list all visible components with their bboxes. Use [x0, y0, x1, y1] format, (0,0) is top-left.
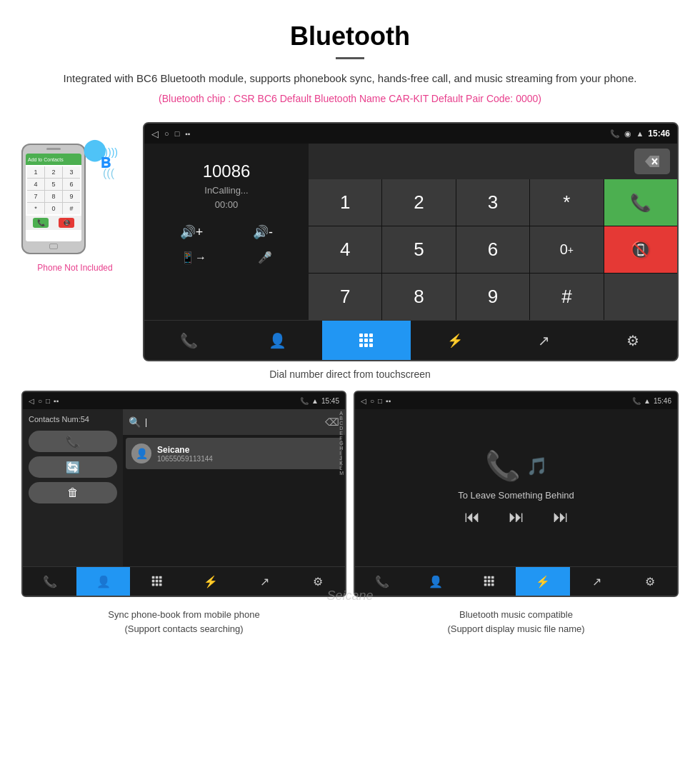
- svg-rect-20: [484, 576, 487, 579]
- nav-phone-icon: 📞: [180, 332, 198, 349]
- nav-settings[interactable]: ⚙: [589, 321, 677, 360]
- svg-rect-2: [359, 334, 363, 337]
- phone-screen-label: Add to Contacts: [28, 157, 64, 162]
- mnav-keypad-icon: [484, 576, 495, 587]
- contacts-back-icon: ◁: [29, 397, 34, 405]
- status-bar-right: 📞 ◉ ▲ 15:46: [610, 129, 670, 139]
- prev-track-button[interactable]: ⏮: [464, 508, 480, 526]
- nav-settings-icon: ⚙: [626, 332, 639, 349]
- next-track-button[interactable]: ⏭: [553, 508, 569, 526]
- contact-info: Seicane 10655059113144: [157, 445, 213, 463]
- contacts-nav-settings[interactable]: ⚙: [291, 567, 345, 596]
- svg-rect-28: [491, 583, 494, 586]
- svg-rect-11: [152, 576, 155, 579]
- contacts-nav-transfer[interactable]: ↗: [238, 567, 291, 596]
- svg-rect-27: [488, 583, 491, 586]
- contacts-caption-line2: (Support contacts searching): [124, 623, 243, 634]
- dial-nav-bar: 📞 👤 ⚡ ↗ ⚙: [144, 320, 677, 360]
- music-nav-keypad[interactable]: [462, 567, 516, 596]
- dial-screen: ◁ ○ □ ▪▪ 📞 ◉ ▲ 15:46 10086 InCalling...: [143, 122, 679, 361]
- nav-bluetooth[interactable]: ⚡: [411, 321, 499, 360]
- key-6[interactable]: 6: [456, 226, 529, 273]
- cnav-keypad-icon: [151, 576, 163, 587]
- contacts-square-icon: □: [46, 397, 50, 405]
- nav-phone[interactable]: 📞: [144, 321, 233, 360]
- music-phone-icon: 📞: [632, 397, 641, 405]
- status-time: 15:46: [648, 129, 670, 139]
- page-description: Integrated with BC6 Bluetooth module, su…: [14, 70, 686, 87]
- call-button[interactable]: 📞: [604, 179, 677, 226]
- contacts-nav-bar: 📞 👤 ⚡ ↗ ⚙: [23, 566, 345, 596]
- key-star[interactable]: *: [530, 179, 603, 226]
- contacts-sync-btn[interactable]: 🔄: [29, 456, 117, 478]
- music-nav-bluetooth[interactable]: ⚡: [516, 567, 569, 596]
- music-nav-contacts[interactable]: 👤: [409, 567, 462, 596]
- contacts-nav-bluetooth[interactable]: ⚡: [184, 567, 237, 596]
- music-body: 📞 🎵 To Leave Something Behind ⏮ ⏭ ⏭: [355, 409, 677, 566]
- contacts-nav-contacts[interactable]: 👤: [76, 567, 130, 596]
- key-0plus[interactable]: 0+: [530, 226, 603, 273]
- music-sim-icon: ▪▪: [386, 397, 391, 405]
- search-cursor[interactable]: |: [145, 417, 321, 427]
- music-nav-transfer[interactable]: ↗: [570, 567, 624, 596]
- svg-rect-8: [359, 344, 363, 347]
- dial-volume-controls: 🔊+ 🔊-: [155, 224, 298, 240]
- search-backspace-icon[interactable]: ⌫: [325, 416, 339, 428]
- contacts-nav-keypad[interactable]: [130, 567, 184, 596]
- contacts-search-bar: 🔍 | ⌫: [123, 409, 345, 435]
- contact-phone: 10655059113144: [157, 455, 213, 463]
- sim-icon: ▪▪: [185, 130, 190, 138]
- svg-rect-7: [369, 339, 373, 342]
- contacts-phone-icon: 📞: [300, 397, 309, 405]
- volume-down-icon[interactable]: 🔊-: [253, 224, 273, 240]
- bluetooth-signal: ʙ (((: [96, 151, 114, 180]
- svg-rect-5: [359, 339, 363, 342]
- svg-rect-18: [156, 583, 159, 586]
- key-9[interactable]: 9: [456, 274, 529, 320]
- title-divider: [336, 57, 364, 59]
- dial-left-panel: 10086 InCalling... 00:00 🔊+ 🔊- 📱→ 🎤: [144, 144, 309, 320]
- contacts-nav-phone[interactable]: 📞: [23, 567, 76, 596]
- mute-icon[interactable]: 🎤: [258, 251, 272, 264]
- phone-illustration: ⬤ )))) ʙ (((: [21, 122, 129, 273]
- mnav-bt-icon: ⚡: [536, 575, 550, 588]
- volume-up-icon[interactable]: 🔊+: [180, 224, 204, 240]
- music-icon-area: 📞 🎵: [485, 449, 548, 483]
- end-call-button[interactable]: 📵: [604, 226, 677, 273]
- svg-rect-6: [364, 339, 368, 342]
- nav-transfer[interactable]: ↗: [499, 321, 588, 360]
- location-icon: ◉: [624, 129, 631, 139]
- svg-rect-21: [488, 576, 491, 579]
- key-1[interactable]: 1: [309, 179, 381, 226]
- nav-bluetooth-icon: ⚡: [447, 333, 463, 349]
- key-3[interactable]: 3: [456, 179, 529, 226]
- key-8[interactable]: 8: [382, 274, 455, 320]
- key-4[interactable]: 4: [309, 226, 381, 273]
- key-hash[interactable]: #: [530, 274, 603, 320]
- search-icon: 🔍: [129, 416, 141, 428]
- svg-rect-16: [159, 580, 162, 583]
- transfer-icon[interactable]: 📱→: [181, 251, 206, 264]
- pause-button[interactable]: ⏭: [509, 508, 524, 526]
- wifi-icon: ▲: [636, 129, 644, 138]
- music-nav-phone[interactable]: 📞: [355, 567, 409, 596]
- key-5[interactable]: 5: [382, 226, 455, 273]
- music-nav-settings[interactable]: ⚙: [624, 567, 677, 596]
- dial-input-row: [309, 144, 677, 179]
- nav-contacts[interactable]: 👤: [233, 321, 321, 360]
- contact-entry[interactable]: 👤 Seicane 10655059113144: [126, 438, 342, 469]
- circle-icon: ○: [164, 129, 169, 138]
- backspace-button[interactable]: [634, 149, 670, 174]
- music-caption-line1: Bluetooth music compatible: [459, 609, 573, 620]
- music-phone-art-icon: 📞: [485, 449, 521, 483]
- contacts-delete-btn[interactable]: 🗑: [29, 482, 117, 503]
- music-controls: ⏮ ⏭ ⏭: [464, 508, 569, 526]
- key-7[interactable]: 7: [309, 274, 381, 320]
- key-2[interactable]: 2: [382, 179, 455, 226]
- svg-rect-22: [491, 576, 494, 579]
- nav-keypad[interactable]: [322, 321, 411, 360]
- contacts-call-btn[interactable]: 📞: [29, 431, 117, 452]
- cnav-settings-icon: ⚙: [313, 575, 323, 588]
- bottom-captions: Sync phone-book from mobile phone (Suppo…: [0, 604, 700, 646]
- svg-rect-4: [369, 334, 373, 337]
